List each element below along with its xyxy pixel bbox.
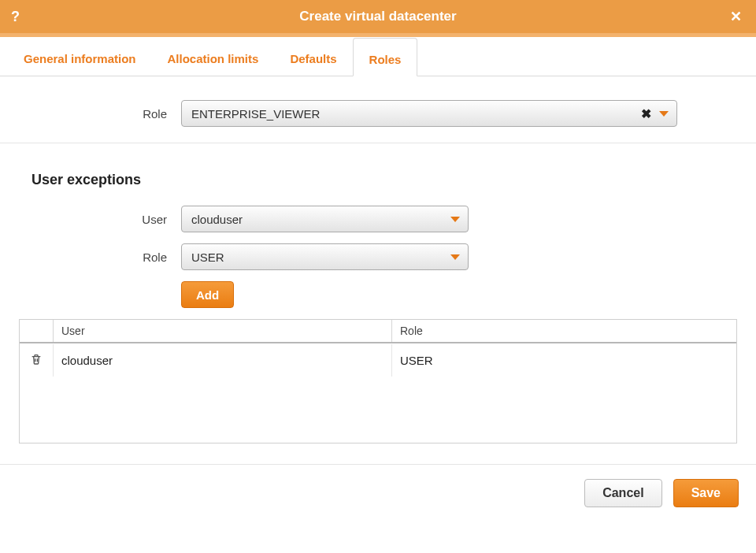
trash-icon[interactable] — [30, 353, 43, 368]
row-delete-cell — [20, 343, 53, 377]
user-exceptions-title: User exceptions — [0, 143, 756, 206]
row-role: USER — [391, 344, 736, 377]
dialog-title: Create virtual datacenter — [299, 9, 456, 24]
exception-user-label: User — [0, 213, 181, 226]
exception-role-value: USER — [191, 251, 224, 264]
role-row: Role ENTERPRISE_VIEWER ✖ — [0, 100, 756, 127]
col-role: Role — [391, 320, 736, 342]
help-icon[interactable]: ? — [11, 0, 20, 33]
tab-strip: General information Allocation limits De… — [0, 37, 756, 76]
role-label: Role — [0, 107, 181, 121]
cancel-button[interactable]: Cancel — [584, 479, 662, 507]
dialog-titlebar: ? Create virtual datacenter ✕ — [0, 0, 756, 33]
table-row: clouduser USER — [20, 343, 736, 377]
exception-add-row: Add — [0, 281, 756, 308]
add-button-label: Add — [196, 288, 219, 302]
tab-label: General information — [24, 52, 136, 65]
tab-roles[interactable]: Roles — [353, 38, 418, 76]
exception-role-label: Role — [0, 251, 181, 264]
dialog-footer: Cancel Save — [0, 465, 756, 521]
chevron-down-icon[interactable] — [450, 254, 460, 260]
exceptions-table-header: User Role — [20, 320, 736, 343]
row-user: clouduser — [53, 344, 391, 377]
tab-general-information[interactable]: General information — [8, 38, 152, 76]
exception-user-combobox[interactable]: clouduser — [181, 206, 469, 232]
save-button-label: Save — [691, 486, 721, 500]
combobox-controls — [450, 217, 460, 222]
tab-defaults[interactable]: Defaults — [274, 38, 352, 76]
tab-label: Roles — [369, 53, 402, 66]
col-user: User — [53, 320, 391, 342]
exceptions-table: User Role clouduser USER — [19, 319, 737, 444]
role-combobox-controls: ✖ — [641, 106, 669, 121]
roles-panel: Role ENTERPRISE_VIEWER ✖ User exceptions… — [0, 76, 756, 444]
tab-allocation-limits[interactable]: Allocation limits — [152, 38, 275, 76]
close-icon[interactable]: ✕ — [730, 0, 742, 33]
chevron-down-icon[interactable] — [659, 111, 669, 117]
add-button[interactable]: Add — [181, 281, 234, 308]
exception-user-value: clouduser — [191, 213, 243, 226]
exception-role-row: Role USER — [0, 243, 756, 270]
combobox-controls — [450, 254, 460, 260]
exception-user-row: User clouduser — [0, 206, 756, 232]
chevron-down-icon[interactable] — [450, 217, 460, 222]
cancel-button-label: Cancel — [602, 486, 643, 500]
tab-label: Defaults — [290, 52, 336, 65]
role-value: ENTERPRISE_VIEWER — [191, 107, 320, 121]
clear-icon[interactable]: ✖ — [641, 106, 651, 121]
tab-label: Allocation limits — [168, 52, 259, 65]
exception-role-combobox[interactable]: USER — [181, 243, 469, 270]
col-delete — [20, 320, 53, 342]
role-combobox[interactable]: ENTERPRISE_VIEWER ✖ — [181, 100, 677, 127]
save-button[interactable]: Save — [673, 479, 739, 507]
